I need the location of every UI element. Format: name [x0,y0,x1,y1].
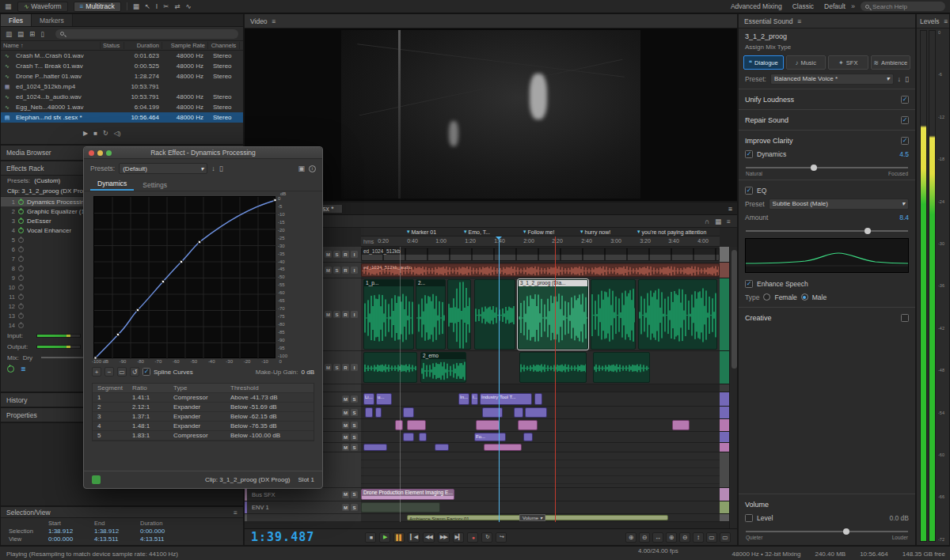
save-preset-icon[interactable]: ↓ [211,165,215,172]
scrollbar-thumb[interactable] [732,250,737,369]
view-start[interactable]: 0:00.000 [48,535,94,543]
clip[interactable]: u... [376,393,392,405]
power-icon[interactable] [18,285,24,290]
loop-playback-button[interactable]: ↻ [481,532,492,543]
mute-button[interactable]: M [342,395,349,403]
panel-layout-icon[interactable]: ▦ [133,2,139,10]
clip[interactable] [591,279,636,350]
clip[interactable] [403,407,414,418]
tab-media-browser[interactable]: Media Browser [6,149,51,157]
level-value[interactable]: 0.0 dB [889,514,909,522]
clip[interactable]: ed_1024_512kb_audio [361,263,720,277]
preview-volume-icon[interactable]: ◁) [114,130,121,137]
file-row[interactable]: ∿ Drone P...hatter 01.wav 1:28.274 48000… [1,71,243,81]
clip[interactable]: Li... [363,393,374,405]
track-header[interactable]: M S R I [245,514,361,522]
time-display[interactable]: 1:39.487 [251,530,314,544]
input-monitor-button[interactable]: I [351,311,358,318]
mute-button[interactable]: M [325,251,332,258]
repair-sound-checkbox[interactable] [901,116,909,124]
record-arm-button[interactable]: R [342,251,349,258]
tab-history[interactable]: History [6,396,27,404]
zoom-in-amplitude-button[interactable]: ⊕ [666,532,677,543]
clip[interactable]: 2_emo [420,352,466,383]
clip[interactable] [363,352,417,383]
segment-row[interactable]: 3 1.37:1 Expander Below -62.15 dB [93,412,314,422]
effect-power-toggle[interactable] [92,475,101,484]
play-button[interactable]: ▶ [379,532,390,543]
mute-button[interactable]: M [325,311,332,318]
clip[interactable]: ed_1024_512kb [361,248,720,261]
tab-settings[interactable]: Settings [135,180,174,191]
power-icon[interactable] [18,313,24,319]
slider-knob[interactable] [843,528,849,535]
clip[interactable] [474,279,515,350]
solo-button[interactable]: S [333,267,340,274]
save-preset-icon[interactable]: ↓ [898,75,902,83]
scrub-tool-icon[interactable]: ∿ [185,2,191,10]
record-button[interactable]: ● [467,532,478,543]
column-header[interactable]: Sample Rate [162,42,208,49]
remove-point-button[interactable]: − [104,367,114,376]
mix-type-music[interactable]: ♪ Music [786,55,826,70]
preview-play-icon[interactable]: ▶ [83,130,88,137]
panel-menu-icon[interactable]: ≡ [234,509,238,516]
workspace-overflow-icon[interactable]: » [851,2,855,10]
clip[interactable] [518,420,538,430]
eq-checkbox[interactable] [745,187,753,195]
solo-button[interactable]: S [351,409,358,416]
clip[interactable] [407,420,426,430]
slider-knob[interactable] [811,165,817,171]
power-icon[interactable] [18,209,24,214]
eq-amount-value[interactable]: 8.4 [899,214,909,221]
input-monitor-button[interactable]: I [351,364,358,371]
zoom-vertical-button[interactable]: ↕ [693,532,704,543]
rack-preset-select[interactable]: (Custom) [34,177,60,184]
zoom-full-button[interactable]: ▭ [720,532,731,543]
delete-preset-icon[interactable]: ▯ [219,165,223,172]
timeline-marker[interactable]: ▾ Emo, T... [464,229,490,235]
clip[interactable] [482,407,503,418]
power-icon[interactable] [18,228,24,233]
file-row[interactable]: ∿ ed_1024...b_audio.wav 10:53.791 48000 … [1,92,243,102]
multitrack-view-button[interactable]: ≡ Multitrack [74,2,121,12]
workspace-button[interactable]: Advanced Mixing [731,2,782,10]
mute-button[interactable]: M [325,267,332,274]
clip[interactable] [419,433,427,441]
dynamics-checkbox[interactable] [745,150,753,158]
pause-button[interactable]: ▌▌ [393,532,405,543]
timeline-marker[interactable]: ▾ hurry now! [580,229,610,235]
delete-preset-icon[interactable]: ▯ [905,75,909,83]
new-content-icon[interactable]: ⊞ [29,30,35,38]
info-icon[interactable]: i [309,165,316,172]
clip[interactable] [534,393,542,405]
mix-type-dialogue[interactable]: ❝ Dialogue [743,55,784,70]
clip[interactable] [363,444,387,451]
workspace-button[interactable]: Default [824,2,846,10]
selection-start[interactable]: 1:38.912 [48,528,94,535]
file-row[interactable]: ▤ Elephan...nd sfx .sesx * 10:56.464 480… [1,112,243,123]
vertical-scrollbar[interactable] [729,247,737,528]
clip[interactable] [638,279,717,350]
preview-stop-icon[interactable]: ■ [93,130,97,137]
timeline-marker[interactable]: ▾ Follow me! [523,229,554,235]
track-header[interactable]: ENV 1 M S R I [245,501,361,514]
mute-button[interactable]: M [342,444,349,451]
stop-button[interactable]: ■ [365,532,376,543]
clip[interactable] [435,444,449,451]
panel-menu-icon[interactable]: ≡ [944,17,948,25]
panel-menu-icon[interactable]: ≡ [797,17,801,25]
mute-button[interactable]: M [342,433,349,441]
level-slider[interactable] [746,531,908,532]
clip[interactable] [361,502,440,513]
snap-toggle-icon[interactable]: ∩ [705,218,709,225]
dialog-preset-select[interactable]: (Default)▾ [119,163,207,174]
record-arm-button[interactable]: R [342,311,349,318]
time-ruler[interactable]: hms 0:200:401:001:201:402:002:202:403:00… [361,236,720,247]
segment-row[interactable]: 4 1.48:1 Expander Below -76.35 dB [93,422,314,431]
solo-button[interactable]: S [333,364,340,371]
file-row[interactable]: ∿ Crash T... Break 01.wav 0:00.525 48000… [1,61,243,71]
rack-list-icon[interactable]: ≣ [21,365,26,373]
rewind-button[interactable]: ◀◀ [423,532,435,543]
segment-row[interactable]: 5 1.83:1 Compressor Below -100.00 dB [93,431,314,441]
